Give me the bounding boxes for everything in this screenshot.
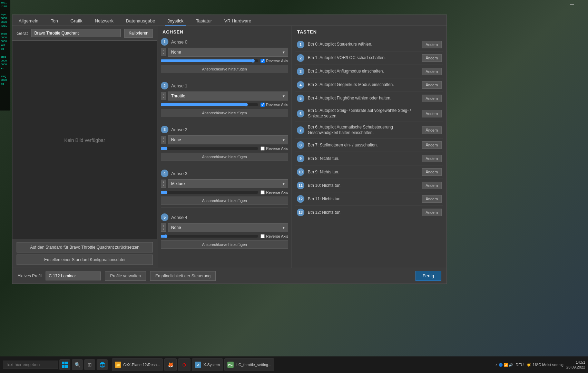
reverse-checkbox-3[interactable] [261,190,265,194]
reverse-axis-label-4[interactable]: Reverse Axis [261,234,288,238]
done-button[interactable]: Fertig [415,271,441,281]
add-curve-btn-3[interactable]: Ansprechkurve hinzufügen [161,197,288,205]
reset-button[interactable]: Auf den Standard für Bravo Throttle Quad… [17,242,153,252]
manage-profiles-button[interactable]: Profile verwalten [105,271,146,281]
hc-throttle-icon: HC [227,362,234,368]
axis-slider-0 [161,59,258,62]
btn-change-1[interactable]: Ändern [422,54,442,62]
btn-label-0: Btn 0: Autopilot Steuerkurs wählen. [308,42,419,47]
reverse-checkbox-2[interactable] [261,146,265,151]
window-controls: ─ □ [568,1,586,8]
btn-item-8: 9 Btn 8: Nichts tun. Ändern [295,152,443,165]
reverse-checkbox-1[interactable] [261,103,265,107]
device-row: Gerät Bravo Throttle Quadrant Kalibriere… [12,26,157,41]
btn-change-10[interactable]: Ändern [422,182,442,189]
tasten-panel: TASTEN 1 Btn 0: Autopilot Steuerkurs wäh… [292,26,447,268]
taskbar-widgets-icon[interactable]: ⊞ [84,359,95,370]
menu-bar: Allgemein Ton Grafik Netzwerk Datenausga… [12,15,447,26]
reverse-checkbox-4[interactable] [261,234,265,238]
btn-label-11: Btn 11: Nichts tun. [308,197,419,202]
axis-select-2[interactable]: None [168,135,288,144]
reverse-checkbox-0[interactable] [261,59,265,63]
maximize-icon[interactable]: □ [579,1,586,8]
taskbar-app-explorer[interactable]: 📁 C:\X-Plane 12\Reso... [112,358,163,371]
btn-item-6: 7 Btn 6: Autopilot Automatische Schubste… [295,122,443,138]
btn-change-8[interactable]: Ändern [422,155,442,162]
calibrate-button[interactable]: Kalibrieren [124,29,153,38]
reverse-axis-label-2[interactable]: Reverse Axis [261,146,288,151]
menu-vr-hardware[interactable]: VR Hardware [222,17,254,26]
btn-number-12: 13 [297,209,304,216]
menu-ton[interactable]: Ton [48,17,61,26]
btn-change-5[interactable]: Ändern [422,110,442,117]
btn-label-4: Btn 4: Autopilot Flughöhe wählen oder ha… [308,96,419,101]
profile-select[interactable]: C 172 Laminar [46,271,101,280]
svg-rect-1 [65,362,68,364]
btn-change-0[interactable]: Ändern [422,41,442,48]
sensitivity-button[interactable]: Empfindlichkeit der Steuerung [150,271,216,281]
axis-nav-1[interactable]: ‹› [161,92,166,100]
taskbar-apps: 📁 C:\X-Plane 12\Reso... 🦊 ⊙ X X-System H… [112,358,274,371]
btn-change-7[interactable]: Ändern [422,141,442,149]
menu-netzwerk[interactable]: Netzwerk [92,17,116,26]
taskbar-app-opera[interactable]: ⊙ [178,358,190,371]
btn-number-6: 7 [297,126,304,134]
axis-nav-2[interactable]: ‹› [161,136,166,144]
reverse-axis-label-3[interactable]: Reverse Axis [261,190,288,194]
taskbar-search-input[interactable] [3,361,58,369]
reverse-axis-label-1[interactable]: Reverse Axis [261,103,288,107]
btn-change-2[interactable]: Ändern [422,68,442,75]
btn-change-9[interactable]: Ändern [422,168,442,176]
axis-slider-2 [161,147,258,150]
taskbar-search-icon[interactable]: 🔍 [72,359,83,370]
add-curve-btn-0[interactable]: Ansprechkurve hinzufügen [161,65,288,73]
achsen-panel: ACHSEN 1 Achse 0 ‹› None [157,26,292,268]
axis-number-2: 3 [161,126,168,133]
add-curve-btn-1[interactable]: Ansprechkurve hinzufügen [161,109,288,117]
btn-label-5: Btn 5: Autopilot Steig- / Sinkrate auf v… [308,108,419,119]
btn-item-11: 12 Btn 11: Nichts tun. Ändern [295,192,443,206]
taskbar-weather: ☀️ 16°C Meist sonnig [527,363,564,367]
taskbar-app-explorer-label: C:\X-Plane 12\Reso... [123,363,160,367]
axis-nav-3[interactable]: ‹› [161,180,166,188]
buttons-scroll[interactable]: 1 Btn 0: Autopilot Steuerkurs wählen. Än… [292,38,447,268]
device-select[interactable]: Bravo Throttle Quadrant [31,29,121,37]
add-curve-btn-2[interactable]: Ansprechkurve hinzufügen [161,153,288,161]
axis-select-3[interactable]: Mixture [168,179,288,188]
btn-number-5: 6 [297,110,304,117]
btn-label-10: Btn 10: Nichts tun. [308,183,419,189]
menu-datenausgabe[interactable]: Datenausgabe [123,17,158,26]
minimize-icon[interactable]: ─ [568,1,576,8]
menu-joystick[interactable]: Joystick [165,17,186,26]
menu-grafik[interactable]: Grafik [68,17,85,26]
create-config-button[interactable]: Erstellen einer Standard Konfigurationsd… [17,255,153,265]
taskbar-windows-icon[interactable] [59,359,70,370]
menu-tastatur[interactable]: Tastatur [193,17,215,26]
btn-change-6[interactable]: Ändern [422,126,442,134]
taskbar-app-hc-throttle[interactable]: HC HC_throttle_setting... [224,358,274,371]
image-area: Kein Bild verfügbar [12,41,157,239]
axis-select-0[interactable]: None [168,48,288,57]
taskbar-app-xplane[interactable]: X X-System [192,358,223,371]
axis-select-4[interactable]: None [168,223,288,232]
axis-slider-3 [161,191,258,194]
svg-rect-3 [65,365,68,368]
axis-nav-0[interactable]: ‹› [161,48,166,56]
btn-label-8: Btn 8: Nichts tun. [308,156,419,162]
axis-nav-4[interactable]: ‹› [161,223,166,232]
btn-change-3[interactable]: Ändern [422,81,442,89]
reverse-axis-label-0[interactable]: Reverse Axis [261,59,288,63]
taskbar-browser-icon[interactable]: 🌐 [97,359,108,370]
btn-change-12[interactable]: Ändern [422,209,442,216]
add-curve-btn-4[interactable]: Ansprechkurve hinzufügen [161,240,288,249]
btn-item-2: 3 Btn 2: Autopilot Anflugmodus einschalt… [295,65,443,78]
axis-title-1: Achse 1 [171,83,187,88]
btn-change-4[interactable]: Ändern [422,95,442,102]
device-label: Gerät [17,31,28,36]
btn-change-11[interactable]: Ändern [422,195,442,203]
axes-scroll[interactable]: 1 Achse 0 ‹› None ▼ [157,38,292,268]
menu-allgemein[interactable]: Allgemein [16,17,41,26]
axis-select-1[interactable]: Throttle [168,92,288,101]
svg-rect-2 [62,365,65,368]
taskbar-app-firefox[interactable]: 🦊 [164,358,177,371]
